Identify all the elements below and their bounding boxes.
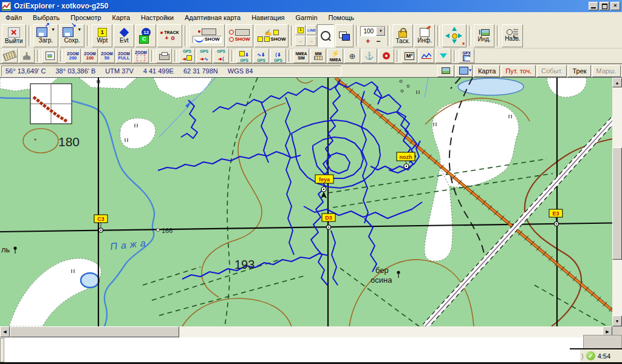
utm-easting-value: 4 41 499E bbox=[143, 67, 174, 75]
mob-button[interactable] bbox=[378, 49, 394, 63]
line-tool-button[interactable]: LINE bbox=[306, 25, 316, 35]
zoom-100-button[interactable]: ZOOM100 bbox=[82, 49, 98, 63]
menu-file[interactable]: Файл bbox=[0, 13, 27, 22]
zoom-full-button[interactable]: ZOOMFULL bbox=[116, 49, 132, 63]
show-tracks-button[interactable]: SHOW bbox=[190, 24, 225, 47]
restore-button[interactable] bbox=[600, 2, 609, 10]
separator bbox=[37, 50, 39, 62]
map-tab-button[interactable]: Карта bbox=[474, 65, 500, 77]
waypoint-distance-button[interactable]: ↔ bbox=[295, 36, 306, 46]
exit-button[interactable]: ✕ Выйти bbox=[2, 24, 26, 47]
zoom-level-combo[interactable]: 100 ▼ bbox=[360, 26, 386, 36]
zoom-level-value: 100 bbox=[361, 28, 376, 35]
anchor-alarm-button[interactable]: ⚓ bbox=[361, 49, 377, 63]
waypoints-tab-button[interactable]: Пут. точ. bbox=[501, 65, 536, 77]
image-button[interactable] bbox=[42, 49, 58, 63]
comment-button[interactable]: 12C bbox=[135, 24, 156, 47]
magnifier-icon bbox=[507, 29, 513, 35]
scroll-down-button[interactable]: ▼ bbox=[612, 315, 622, 326]
close-button[interactable]: × bbox=[610, 2, 620, 10]
zoom-selection-button[interactable]: ZOOM bbox=[133, 49, 149, 63]
tools-button[interactable] bbox=[19, 49, 35, 63]
menu-adaptive-map[interactable]: Адаптивная карта bbox=[179, 13, 246, 22]
horizontal-scroll-thumb[interactable] bbox=[10, 326, 179, 337]
names-button[interactable]: Назв. bbox=[502, 24, 523, 47]
pan-arrows-icon: x bbox=[445, 27, 463, 45]
button-face-icon bbox=[235, 29, 250, 36]
horizontal-scrollbar[interactable]: ◀ ▶ bbox=[0, 326, 612, 337]
scroll-up-button[interactable]: ▲ bbox=[612, 78, 622, 87]
window-pair-icon bbox=[339, 32, 350, 40]
zoom-200-button[interactable]: ZOOM200 bbox=[65, 49, 81, 63]
menu-help[interactable]: Помощь bbox=[323, 13, 360, 22]
task-button[interactable]: Таск. bbox=[392, 24, 413, 47]
svg-text:nozh: nozh bbox=[400, 154, 412, 160]
map-canvas[interactable]: 180 193 166 Пажа бер осина ль feya no bbox=[0, 78, 612, 326]
waypoint-button[interactable]: 1 Wpt bbox=[92, 24, 112, 47]
load-disk-icon bbox=[36, 27, 47, 37]
separator bbox=[356, 25, 358, 46]
track-button[interactable]: TRACK +o bbox=[157, 24, 182, 47]
event-button[interactable]: Evt bbox=[114, 24, 134, 47]
datum-value: WGS 84 bbox=[228, 67, 253, 75]
pan-button[interactable]: x bbox=[442, 24, 466, 47]
save-button[interactable]: ↘▼ Сохр. bbox=[60, 24, 84, 47]
map-image-button[interactable] bbox=[437, 65, 454, 77]
print-button[interactable] bbox=[156, 49, 172, 63]
gpx-button[interactable]: GPX bbox=[459, 49, 474, 63]
minimize-icon bbox=[591, 7, 596, 8]
overview-map[interactable] bbox=[30, 84, 72, 124]
gps-get-track-button[interactable]: ∿⬇GPS bbox=[253, 49, 269, 63]
gps-send-waypoints-button[interactable]: GPS➜ bbox=[179, 49, 195, 63]
show-routes-button[interactable]: ✍ SHOW bbox=[255, 24, 289, 47]
position-target-button[interactable]: ⊕ bbox=[344, 49, 360, 63]
route-square-icon bbox=[258, 36, 263, 42]
minimize-button[interactable] bbox=[589, 2, 598, 10]
events-tab-button[interactable]: Событ. bbox=[537, 65, 567, 77]
gps-send-route-button[interactable]: GPS➜⟨ bbox=[213, 49, 229, 63]
mm-scale-button[interactable]: MM bbox=[310, 49, 326, 63]
ruler-button[interactable] bbox=[2, 49, 18, 63]
left-sliver bbox=[0, 338, 4, 362]
show-waypoints-button[interactable]: SHOW bbox=[226, 24, 253, 47]
waypoint-square-icon bbox=[186, 55, 192, 61]
route-tab-button[interactable]: Марш. bbox=[592, 65, 621, 77]
waypoint-list-button[interactable]: 1 bbox=[295, 25, 306, 35]
nmea-button[interactable]: ⚡NMEA bbox=[327, 49, 343, 63]
nmea-sim-button[interactable]: NMEASIM bbox=[293, 49, 309, 63]
load-button[interactable]: ↗▼ Загр. bbox=[33, 24, 58, 47]
gps-send-track-button[interactable]: GPS➜∿ bbox=[196, 49, 212, 63]
separator bbox=[29, 25, 31, 46]
menu-navigation[interactable]: Навигация bbox=[246, 13, 290, 22]
zoom-dropdown-icon[interactable]: ▼ bbox=[376, 27, 385, 36]
vegetation-label-2: осина bbox=[371, 275, 392, 285]
filter-button[interactable] bbox=[436, 49, 451, 63]
track-tab-button[interactable]: Трек bbox=[568, 65, 590, 77]
index-button[interactable]: I Инд. bbox=[474, 24, 494, 47]
picture-icon bbox=[481, 29, 490, 36]
zoom-out-button[interactable]: − bbox=[376, 37, 380, 46]
tray-status-icon[interactable]: ✓ bbox=[586, 351, 595, 360]
menu-garmin[interactable]: Garmin bbox=[290, 13, 323, 22]
quick-save-button[interactable] bbox=[456, 65, 473, 77]
menu-select[interactable]: Выбрать bbox=[27, 13, 65, 22]
vertical-scrollbar[interactable]: ▲ ▼ bbox=[612, 78, 622, 326]
waypoint-icon: 1 bbox=[98, 28, 107, 37]
menu-view[interactable]: Просмотр bbox=[65, 13, 106, 22]
magnifier-button[interactable] bbox=[317, 24, 334, 47]
zoom-50-button[interactable]: ZOOM50 bbox=[99, 49, 115, 63]
gps-get-waypoints-button[interactable]: ⬇GPS bbox=[236, 49, 252, 63]
zoom-in-button[interactable]: + bbox=[366, 37, 370, 46]
save-dropdown-icon: ▼ bbox=[77, 27, 81, 32]
vertical-scroll-thumb[interactable] bbox=[612, 147, 622, 260]
map-window-button[interactable] bbox=[335, 24, 354, 47]
menu-settings[interactable]: Настройки bbox=[135, 13, 179, 22]
map-viewport[interactable]: 180 193 166 Пажа бер осина ль feya no bbox=[0, 78, 612, 326]
menu-map[interactable]: Карта bbox=[107, 13, 135, 22]
area-measure-button[interactable]: M² bbox=[402, 49, 417, 63]
info-button[interactable]: Инф. bbox=[414, 24, 435, 47]
ruler-distance-button[interactable]: ↔ bbox=[306, 36, 316, 46]
gps-get-route-button[interactable]: ⟨⬇GPS bbox=[270, 49, 286, 63]
scroll-left-button[interactable]: ◀ bbox=[0, 326, 10, 337]
profile-button[interactable] bbox=[419, 49, 434, 63]
